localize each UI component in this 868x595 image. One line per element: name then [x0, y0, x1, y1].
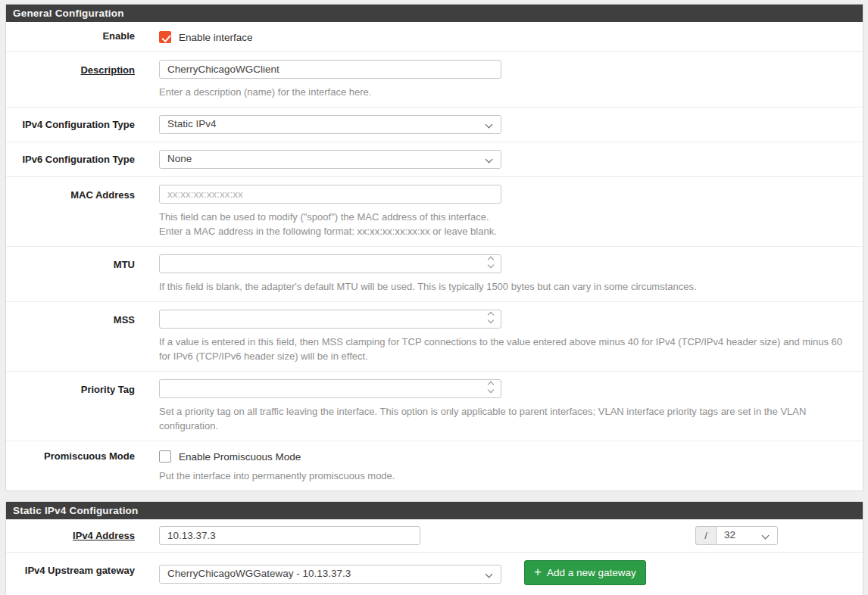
promiscuous-mode-label: Promiscuous Mode [6, 441, 135, 491]
mtu-label: MTU [6, 247, 135, 301]
mss-input[interactable] [159, 310, 501, 329]
mtu-input[interactable] [159, 254, 501, 273]
static-ipv4-configuration-panel: Static IPv4 Configuration IPv4 Address /… [5, 501, 863, 595]
plus-icon: + [534, 565, 542, 578]
form-row-enable: Enable Enable interface [6, 22, 863, 52]
description-input[interactable] [159, 60, 501, 79]
form-row-priority-tag: Priority Tag Set a priority tag on all t… [6, 372, 863, 441]
mss-spinner[interactable] [489, 313, 493, 322]
ipv4-config-type-select[interactable]: Static IPv4 [159, 115, 501, 134]
ipv4-config-type-selected-value: Static IPv4 [167, 118, 217, 129]
mss-label: MSS [6, 302, 135, 371]
ipv4-address-input[interactable] [159, 526, 420, 545]
ipv4-config-type-label: IPv4 Configuration Type [6, 107, 135, 142]
chevron-down-icon [486, 571, 493, 578]
mac-address-input[interactable] [159, 185, 501, 204]
promiscuous-mode-checkbox[interactable] [159, 450, 171, 463]
priority-tag-label: Priority Tag [6, 372, 135, 441]
subnet-prefix-selected-value: 32 [724, 529, 735, 540]
ipv4-upstream-gateway-help: If this interface is an Internet connect… [159, 591, 851, 595]
general-configuration-panel: General Configuration Enable Enable inte… [5, 4, 863, 491]
mac-address-help: This field can be used to modify ("spoof… [159, 210, 851, 238]
promiscuous-mode-checkbox-label: Enable Promiscuous Mode [179, 451, 301, 463]
mss-help: If a value is entered in this field, the… [159, 335, 851, 363]
chevron-down-icon [486, 121, 493, 129]
form-row-mtu: MTU If this field is blank, the adapter'… [6, 247, 863, 302]
priority-tag-spinner[interactable] [489, 382, 493, 392]
ipv6-config-type-select[interactable]: None [159, 150, 501, 169]
add-new-gateway-button-label: Add a new gateway [547, 567, 636, 578]
gateway-help-line-1: If this interface is an Internet connect… [159, 591, 851, 595]
subnet-prefix-group: / 32 [695, 526, 778, 545]
enable-interface-checkbox-label: Enable interface [179, 32, 253, 43]
ipv4-upstream-gateway-select[interactable]: CherryChicagoWGGateway - 10.13.37.3 [159, 565, 501, 584]
panel-title-general: General Configuration [6, 5, 863, 22]
mtu-spinner[interactable] [489, 257, 493, 267]
ipv4-upstream-gateway-label: IPv4 Upstream gateway [6, 553, 135, 595]
subnet-prefix-select[interactable]: 32 [716, 526, 778, 545]
priority-tag-input[interactable] [159, 379, 501, 398]
enable-interface-checkbox[interactable] [159, 31, 171, 43]
description-label: Description [6, 52, 135, 107]
promiscuous-mode-help: Put the interface into permanently promi… [159, 469, 851, 483]
description-help: Enter a description (name) for the inter… [159, 85, 851, 99]
spinner-down-icon [488, 387, 494, 393]
form-row-ipv4-upstream-gateway: IPv4 Upstream gateway CherryChicagoWGGat… [6, 553, 863, 595]
add-new-gateway-button[interactable]: + Add a new gateway [524, 560, 646, 585]
chevron-down-icon [762, 532, 770, 540]
form-row-mac-address: MAC Address This field can be used to mo… [6, 177, 863, 247]
form-row-description: Description Enter a description (name) f… [6, 52, 863, 107]
form-row-mss: MSS If a value is entered in this field,… [6, 302, 863, 372]
spinner-down-icon [488, 262, 494, 268]
form-row-ipv4-config-type: IPv4 Configuration Type Static IPv4 [6, 107, 863, 142]
panel-title-static-ipv4: Static IPv4 Configuration [6, 502, 863, 519]
spinner-down-icon [488, 317, 494, 323]
ipv4-address-label: IPv4 Address [6, 519, 135, 552]
priority-tag-help: Set a priority tag on all traffic leavin… [159, 404, 851, 433]
subnet-separator: / [695, 526, 716, 545]
enable-label: Enable [6, 22, 135, 51]
mtu-help: If this field is blank, the adapter's de… [159, 279, 851, 294]
mac-address-label: MAC Address [6, 177, 135, 246]
chevron-down-icon [486, 156, 493, 164]
form-row-promiscuous-mode: Promiscuous Mode Enable Promiscuous Mode… [6, 441, 863, 491]
mac-help-line-2: Enter a MAC address in the following for… [159, 224, 851, 238]
mac-help-line-1: This field can be used to modify ("spoof… [159, 210, 851, 224]
ipv6-config-type-selected-value: None [167, 153, 192, 164]
ipv6-config-type-label: IPv6 Configuration Type [6, 142, 135, 176]
ipv4-upstream-gateway-selected-value: CherryChicagoWGGateway - 10.13.37.3 [167, 568, 351, 579]
form-row-ipv4-address: IPv4 Address / 32 [6, 519, 863, 553]
form-row-ipv6-config-type: IPv6 Configuration Type None [6, 142, 863, 177]
